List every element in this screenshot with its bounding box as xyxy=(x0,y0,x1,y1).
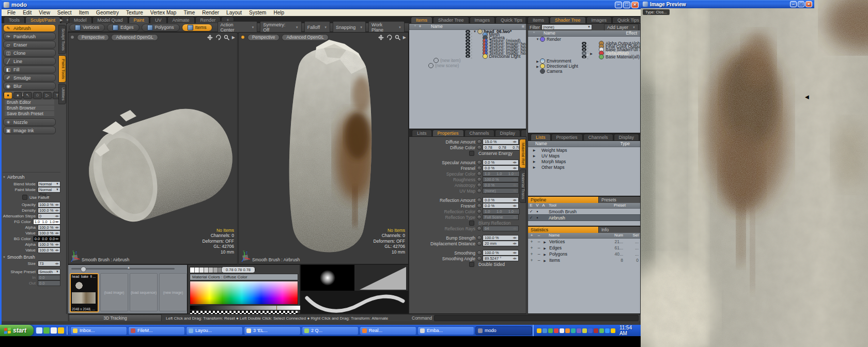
properties-tab[interactable]: Properties xyxy=(432,130,464,136)
selection-mode-button[interactable]: Items xyxy=(182,24,212,31)
name-column-header[interactable]: Name xyxy=(528,141,547,147)
ink-tool-button[interactable]: ▣ Image Ink xyxy=(3,127,56,134)
stepper-icon[interactable]: ◀▶ xyxy=(513,226,517,231)
eye-column-header[interactable] xyxy=(409,24,416,29)
ink-tool-button[interactable]: ✳ Nozzle xyxy=(3,118,56,126)
property-field[interactable]: 100.0 %◀▶ xyxy=(483,235,519,241)
collapse-minus[interactable]: – xyxy=(535,251,542,257)
maps-row[interactable]: ▶ Weight Maps xyxy=(528,147,640,153)
stepper-icon[interactable]: ◀▶ xyxy=(55,242,59,247)
viewport-shading-button[interactable]: Advanced OpenGL xyxy=(282,34,328,41)
property-field[interactable]: 15.0 %◀▶ xyxy=(483,139,519,145)
paint-tool-button[interactable]: ◉ Blur xyxy=(3,82,56,90)
brush-tip-button[interactable]: ● xyxy=(4,92,12,99)
property-field[interactable]: 0.0 %◀▶ xyxy=(483,203,519,209)
menu-item[interactable]: Geometry xyxy=(92,9,122,16)
add-layer-button[interactable]: Add Layer▼ xyxy=(604,24,639,31)
statistics-row[interactable]: + – ▶ Vertices 21... ... xyxy=(528,239,640,245)
menu-item[interactable]: Texture xyxy=(122,9,147,16)
tray-icon[interactable] xyxy=(537,328,541,333)
preview-titlebar[interactable]: Image Preview – □ × xyxy=(641,0,814,8)
col-preset[interactable]: Preset xyxy=(614,203,640,208)
shader-panel-tab[interactable]: Quick Tips xyxy=(612,17,641,23)
selection-mode-button[interactable]: Edges xyxy=(107,24,140,31)
clock[interactable]: 11:54 AM xyxy=(619,325,637,336)
lists-tab[interactable]: Channels xyxy=(583,134,613,140)
gray-swatch[interactable] xyxy=(190,267,195,273)
quick-launch-icon[interactable] xyxy=(58,327,64,334)
presets-tab[interactable]: Presets xyxy=(598,197,640,203)
image-placeholder-cell[interactable]: (load image) xyxy=(100,273,128,311)
property-field[interactable]: 1.0 1.0 1.0◀▶ xyxy=(483,209,520,214)
statistics-row[interactable]: + – ▶ Polygons 40... ... xyxy=(528,251,640,257)
taskbar-window-button[interactable]: Layou... xyxy=(186,326,243,335)
stepper-icon[interactable]: ◀▶ xyxy=(513,250,517,255)
taskbar-window-button[interactable]: Real... xyxy=(360,326,416,335)
name-column-header[interactable]: Name xyxy=(424,24,443,29)
property-field[interactable]: 0.0 %◀▶ xyxy=(483,160,519,165)
collapse-caret-icon[interactable]: ▼ xyxy=(3,256,6,259)
properties-tab[interactable]: Lists xyxy=(412,130,432,136)
viewport-active-dot[interactable] xyxy=(241,35,245,39)
shader-panel-tab[interactable]: Images xyxy=(586,17,612,23)
channel-knob-icon[interactable] xyxy=(477,166,482,170)
property-field[interactable]: 0.0 %◀▶ xyxy=(483,197,519,203)
brush-link[interactable]: Save Brush Preset xyxy=(5,111,54,117)
tree-caret-icon[interactable]: ▶ xyxy=(535,65,540,68)
sidebar-vertical-tab[interactable]: Sculpt Tools xyxy=(58,25,66,54)
sidebar-param-field[interactable]: 100.0 %◀▶ xyxy=(38,225,60,230)
taskbar-window-button[interactable]: Emba... xyxy=(417,326,474,335)
channel-knob-icon[interactable] xyxy=(477,139,482,144)
menu-item[interactable]: View xyxy=(35,9,54,16)
stepper-icon[interactable]: ◀▶ xyxy=(513,241,517,246)
shader-panel-tab[interactable]: Items xyxy=(528,17,549,23)
property-field[interactable]: 89.5247 °◀▶ xyxy=(483,256,519,261)
collapse-minus[interactable]: – xyxy=(535,239,542,244)
start-button[interactable]: start xyxy=(0,325,34,336)
tray-icon[interactable] xyxy=(605,328,610,333)
preview-type-label[interactable]: Type: Clos... xyxy=(643,9,670,15)
zoom-icon[interactable] xyxy=(395,35,400,40)
info-tab[interactable]: Info xyxy=(598,227,640,233)
minimize-button[interactable]: – xyxy=(615,2,622,8)
channel-knob-icon[interactable] xyxy=(477,171,482,176)
gray-swatch[interactable] xyxy=(195,267,199,273)
col-e[interactable]: E xyxy=(528,203,534,208)
stepper-icon[interactable]: ◀▶ xyxy=(513,198,517,202)
zoom-icon[interactable] xyxy=(224,35,229,40)
pipeline-row[interactable]: ✓ • Smooth Brush xyxy=(528,209,640,214)
maximize-button[interactable]: □ xyxy=(623,2,630,8)
paint-tool-button[interactable]: ▱ Eraser xyxy=(3,41,56,49)
channel-knob-icon[interactable] xyxy=(477,235,482,240)
maps-row[interactable]: ▶ Other Maps xyxy=(528,164,640,170)
size-field[interactable]: 73◀▶ xyxy=(38,261,60,266)
workspace-tab[interactable]: Tools xyxy=(4,17,25,23)
collapse-minus[interactable]: – xyxy=(535,245,542,250)
paint-tool-button[interactable]: ◫ Clone xyxy=(3,49,56,57)
orbit-icon[interactable] xyxy=(386,35,392,40)
taskbar-window-button[interactable]: FileM... xyxy=(128,326,185,335)
modo-titlebar[interactable]: modo – □ × xyxy=(2,0,641,9)
shader-row[interactable]: ▶ Directional Light xyxy=(528,64,640,69)
tab-scroll-arrow[interactable]: ▶ xyxy=(60,18,63,22)
brush-tip-button[interactable]: ▷ xyxy=(43,92,52,99)
enable-check[interactable]: ✓ xyxy=(528,209,534,214)
property-field[interactable]: 100.0 %◀▶ xyxy=(483,250,519,256)
properties-tab[interactable]: Display xyxy=(495,130,521,136)
viewport-right[interactable]: Perspective Advanced OpenGL ▶ No Items C… xyxy=(238,32,409,264)
tree-caret-icon[interactable]: ▶ xyxy=(528,148,537,152)
items-panel-tab[interactable]: Shader Tree xyxy=(433,17,469,23)
shape-preset-dropdown[interactable]: Smooth▼ xyxy=(38,269,60,275)
tray-icon[interactable] xyxy=(542,328,547,333)
channel-knob-icon[interactable] xyxy=(477,226,482,231)
layout-tab[interactable]: Animate xyxy=(167,17,195,23)
thumbnail-scrollbar[interactable]: ▲ xyxy=(71,268,175,270)
pipeline-row[interactable]: ✓ • Airbrush xyxy=(528,214,640,221)
tree-caret-icon[interactable]: ▶ xyxy=(542,240,547,244)
statistics-row[interactable]: + – ▶ Items 8 0 xyxy=(528,257,640,263)
type-column-header[interactable]: Type xyxy=(621,141,640,147)
tree-caret-icon[interactable]: ▶ xyxy=(535,59,540,63)
color-value-readout[interactable]: 0.78 0.78 0.78 xyxy=(221,266,255,273)
hue-gradient[interactable] xyxy=(190,281,298,305)
expand-plus[interactable]: + xyxy=(528,251,535,257)
